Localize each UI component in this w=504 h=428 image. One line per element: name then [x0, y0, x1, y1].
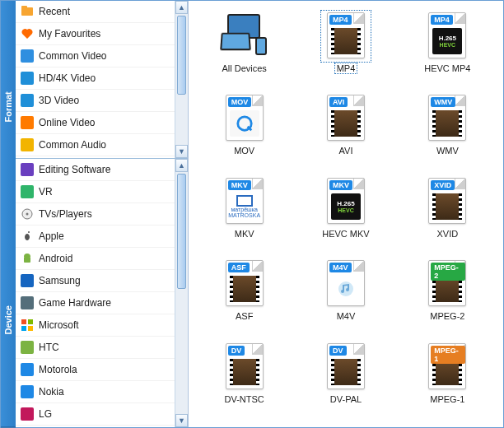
format-item-label: HD/4K Video	[39, 72, 96, 84]
main-panel: All DevicesMP4MP4MP4H.265HEVCHEVC MP4MOV…	[189, 1, 503, 427]
tvs-players-icon	[21, 207, 34, 221]
format-scrollbar-thumb[interactable]	[177, 16, 186, 95]
samsung-icon	[21, 274, 34, 287]
device-scrollbar[interactable]: ▲ ▼	[175, 159, 188, 427]
svg-rect-7	[28, 319, 33, 324]
format-item-hd4k-video[interactable]: HD/4K Video	[16, 67, 175, 90]
format-item-common-audio[interactable]: Common Audio	[16, 134, 175, 156]
scroll-up-icon[interactable]: ▲	[175, 1, 188, 14]
format-badge: MPEG-1	[431, 346, 465, 364]
format-tile-hevc-mkv[interactable]: MKVH.265HEVCHEVC MKV	[295, 173, 396, 255]
format-tile-all-devices[interactable]: All Devices	[194, 7, 295, 90]
svg-rect-5	[24, 257, 30, 263]
device-item-game-hardware[interactable]: Game Hardware	[16, 292, 175, 314]
svg-rect-8	[21, 326, 26, 331]
device-scrollbar-thumb[interactable]	[177, 174, 186, 289]
format-badge: DV	[329, 346, 347, 356]
file-icon: DV	[327, 343, 365, 389]
device-item-microsoft[interactable]: Microsoft	[16, 314, 175, 337]
format-item-common-video[interactable]: Common Video	[16, 45, 175, 67]
device-item-label: VR	[39, 186, 53, 198]
scroll-down-icon[interactable]: ▼	[175, 414, 188, 427]
format-item-favourites[interactable]: My Favourites	[16, 23, 175, 45]
tab-device[interactable]: Device	[1, 214, 16, 428]
device-item-blackberry[interactable]: BlackBerry	[16, 426, 175, 427]
file-icon: MP4	[327, 12, 365, 58]
device-item-label: LG	[39, 408, 52, 420]
tile-caption: MPEG-2	[430, 311, 464, 321]
format-tile-m4v[interactable]: M4VM4V	[295, 255, 396, 337]
motorola-icon	[21, 363, 34, 376]
format-tile-dv-ntsc[interactable]: DVDV-NTSC	[194, 338, 295, 421]
nokia-icon	[21, 385, 34, 398]
format-tile-asf[interactable]: ASFASF	[194, 255, 295, 337]
format-tile-xvid[interactable]: XVIDXVID	[397, 173, 498, 255]
file-icon: MOV	[226, 95, 264, 141]
device-item-editing-software[interactable]: Editing Software	[16, 159, 175, 181]
sidebar-tabs: Format Device	[1, 1, 16, 427]
format-scrollbar[interactable]: ▲ ▼	[175, 1, 188, 158]
device-item-tvs-players[interactable]: TVs/Players	[16, 203, 175, 226]
format-item-3d-video[interactable]: 3D Video	[16, 90, 175, 112]
device-item-label: Android	[39, 253, 72, 264]
file-icon: DV	[226, 343, 264, 389]
microsoft-icon	[21, 319, 34, 332]
format-tile-wmv[interactable]: WMVWMV	[397, 90, 498, 172]
format-badge: DV	[228, 346, 245, 356]
scroll-up-icon[interactable]: ▲	[175, 159, 188, 172]
tile-caption: MP4	[335, 63, 357, 73]
device-item-apple[interactable]: Apple	[16, 226, 175, 248]
format-item-recent[interactable]: Recent	[16, 1, 175, 23]
tab-format[interactable]: Format	[1, 1, 16, 214]
format-item-label: Online Video	[39, 117, 96, 128]
online-video-icon	[21, 116, 34, 129]
format-item-online-video[interactable]: Online Video	[16, 112, 175, 134]
file-icon: MPEG-1	[428, 343, 466, 389]
device-item-label: Nokia	[39, 386, 64, 398]
format-tile-avi[interactable]: AVIAVI	[295, 90, 396, 172]
device-item-motorola[interactable]: Motorola	[16, 359, 175, 381]
device-item-htc[interactable]: HTC	[16, 337, 175, 359]
file-icon: XVID	[428, 178, 466, 224]
recent-icon	[21, 5, 34, 18]
svg-rect-0	[21, 7, 33, 16]
sidebar-lists: RecentMy FavouritesCommon VideoHD/4K Vid…	[16, 1, 188, 427]
svg-point-3	[26, 213, 29, 216]
scroll-down-icon[interactable]: ▼	[175, 145, 188, 158]
device-item-nokia[interactable]: Nokia	[16, 381, 175, 403]
format-badge: MP4	[329, 15, 352, 25]
file-icon: MPEG-2	[428, 260, 466, 306]
tile-thumb: MP4	[323, 12, 369, 60]
device-item-lg[interactable]: LG	[16, 403, 175, 426]
tile-caption: DV-PAL	[330, 394, 362, 404]
device-item-android[interactable]: Android	[16, 248, 175, 270]
editing-software-icon	[21, 163, 34, 176]
format-tile-mov[interactable]: MOVMOV	[194, 90, 295, 172]
tile-caption: AVI	[339, 146, 353, 156]
vr-icon	[21, 185, 34, 198]
format-tile-dv-pal[interactable]: DVDV-PAL	[295, 338, 396, 421]
tile-thumb: MKVматрёшкаMATROSKA	[222, 178, 268, 226]
format-item-label: Recent	[39, 6, 70, 17]
device-item-vr[interactable]: VR	[16, 181, 175, 203]
format-list: RecentMy FavouritesCommon VideoHD/4K Vid…	[16, 1, 188, 159]
format-badge: MKV	[228, 180, 251, 190]
format-tile-mpeg2[interactable]: MPEG-2MPEG-2	[397, 255, 498, 337]
device-item-label: Samsung	[39, 275, 81, 286]
svg-rect-1	[21, 6, 27, 8]
tile-thumb: MPEG-2	[424, 260, 470, 308]
device-item-label: Microsoft	[39, 319, 79, 331]
tile-thumb: M4V	[323, 260, 369, 308]
device-item-label: HTC	[39, 342, 59, 353]
device-item-samsung[interactable]: Samsung	[16, 270, 175, 292]
format-tile-hevc-mp4[interactable]: MP4H.265HEVCHEVC MP4	[397, 7, 498, 90]
tile-thumb: WMV	[424, 95, 470, 142]
device-item-label: Editing Software	[39, 164, 110, 175]
format-tile-mpeg1[interactable]: MPEG-1MPEG-1	[397, 338, 498, 421]
format-badge: MPEG-2	[431, 263, 465, 281]
tile-caption: WMV	[436, 146, 459, 156]
format-tile-mp4[interactable]: MP4MP4	[295, 7, 396, 90]
format-badge: MP4	[431, 15, 453, 25]
format-tile-mkv[interactable]: MKVматрёшкаMATROSKAMKV	[194, 173, 295, 255]
tile-thumb: MKVH.265HEVC	[323, 178, 369, 226]
